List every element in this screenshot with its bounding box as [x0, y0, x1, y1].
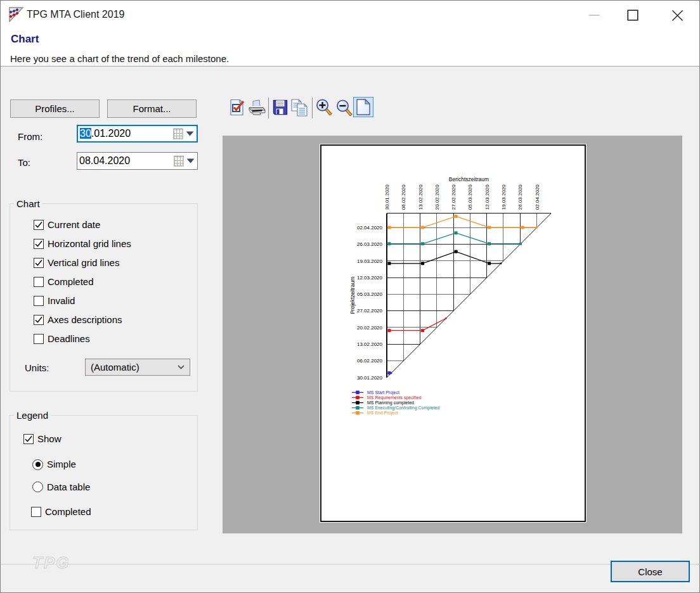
- vertical-grid-lines-row: Vertical grid lines: [34, 257, 119, 269]
- axes-descriptions-row: Axes descriptions: [34, 314, 122, 326]
- svg-text:26.03.2020: 26.03.2020: [517, 184, 523, 210]
- completed-checkbox[interactable]: [34, 277, 44, 287]
- from-date-value: 30.01.2020: [80, 128, 173, 139]
- to-date-value: 08.04.2020: [79, 155, 174, 167]
- svg-text:20.02.2020: 20.02.2020: [357, 325, 383, 331]
- units-dropdown[interactable]: (Automatic): [85, 359, 190, 376]
- current-date-checkbox[interactable]: [34, 220, 44, 230]
- to-date-input[interactable]: 08.04.2020: [77, 152, 198, 170]
- check-icon: [34, 239, 43, 248]
- svg-text:06.02.2020: 06.02.2020: [357, 358, 383, 364]
- svg-text:05.03.2020: 05.03.2020: [467, 184, 473, 210]
- to-dropdown-arrow-icon[interactable]: [186, 158, 195, 163]
- invalid-label[interactable]: Invalid: [48, 295, 75, 307]
- units-label: Units:: [25, 362, 49, 373]
- completed-checkbox[interactable]: [31, 507, 41, 517]
- svg-text:06.02.2020: 06.02.2020: [401, 184, 406, 210]
- from-label: From:: [18, 131, 42, 142]
- simple-radio[interactable]: [32, 459, 43, 470]
- simple-label[interactable]: Simple: [47, 459, 76, 470]
- maximize-icon: [627, 10, 638, 21]
- print-icon[interactable]: [248, 99, 266, 116]
- maximize-button[interactable]: [623, 6, 642, 25]
- save-icon[interactable]: [273, 99, 288, 115]
- format-button[interactable]: Format...: [107, 99, 197, 118]
- vertical-grid-lines-label[interactable]: Vertical grid lines: [48, 257, 119, 269]
- deadlines-label[interactable]: Deadlines: [48, 333, 90, 345]
- horizontal-grid-lines-checkbox[interactable]: [34, 239, 44, 249]
- zoom-in-icon[interactable]: [316, 99, 333, 117]
- fit-page-icon: [356, 99, 371, 115]
- deadlines-checkbox[interactable]: [34, 334, 44, 344]
- svg-text:27.02.2020: 27.02.2020: [357, 308, 383, 314]
- data-table-radio[interactable]: [32, 481, 43, 492]
- invalid-checkbox[interactable]: [34, 296, 44, 306]
- check-icon: [24, 435, 33, 443]
- minimize-button[interactable]: [585, 6, 604, 25]
- deadlines-row: Deadlines: [34, 333, 90, 345]
- completed-row: Completed: [31, 506, 91, 518]
- svg-text:12.03.2020: 12.03.2020: [357, 275, 383, 281]
- units-value: (Automatic): [91, 362, 178, 373]
- svg-text:Berichtszeitraum: Berichtszeitraum: [449, 176, 489, 182]
- svg-text:19.03.2020: 19.03.2020: [357, 258, 383, 264]
- show-label[interactable]: Show: [37, 433, 62, 445]
- calendar-icon[interactable]: [174, 155, 185, 167]
- current-date-row: Current date: [34, 219, 100, 231]
- svg-text:12.03.2020: 12.03.2020: [484, 184, 490, 210]
- from-date-rest: .01.2020: [91, 128, 131, 139]
- fit-page-button[interactable]: [353, 97, 373, 117]
- page-title: Chart: [11, 33, 39, 46]
- svg-text:30.01.2020: 30.01.2020: [357, 375, 383, 381]
- svg-text:13.02.2020: 13.02.2020: [357, 341, 383, 347]
- tpg-logo-watermark: TPG: [31, 553, 91, 572]
- from-dropdown-arrow-icon[interactable]: [186, 131, 194, 136]
- calendar-icon[interactable]: [173, 128, 184, 140]
- footer-divider: [1, 564, 700, 564]
- svg-text:26.03.2020: 26.03.2020: [357, 241, 383, 247]
- app-icon: [8, 6, 24, 22]
- horizontal-grid-lines-label[interactable]: Horizontal grid lines: [48, 238, 131, 250]
- current-date-label[interactable]: Current date: [48, 219, 100, 231]
- vertical-grid-lines-checkbox[interactable]: [34, 258, 44, 268]
- milestone-trend-chart: 30.01.202006.02.202013.02.202020.02.2020…: [320, 144, 586, 522]
- check-icon: [34, 316, 43, 324]
- completed-label[interactable]: Completed: [45, 506, 91, 518]
- radio-dot: [36, 462, 41, 467]
- svg-text:02.04.2020: 02.04.2020: [535, 184, 540, 210]
- report-page: 30.01.202006.02.202013.02.202020.02.2020…: [320, 144, 586, 522]
- horizontal-grid-lines-row: Horizontal grid lines: [34, 238, 131, 250]
- report-check-icon[interactable]: [230, 99, 245, 116]
- simple-row: Simple: [32, 459, 76, 470]
- axes-descriptions-checkbox[interactable]: [34, 315, 44, 325]
- page-description: Here you see a chart of the trend of eac…: [10, 53, 229, 64]
- data-table-label[interactable]: Data table: [47, 481, 90, 493]
- window-close-button[interactable]: [668, 6, 687, 25]
- svg-text:20.02.2020: 20.02.2020: [434, 184, 440, 210]
- show-checkbox[interactable]: [23, 434, 34, 444]
- svg-text:27.02.2020: 27.02.2020: [451, 184, 457, 210]
- svg-text:Projektzeitraum: Projektzeitraum: [349, 277, 356, 314]
- close-icon: [671, 10, 684, 22]
- invalid-row: Invalid: [34, 295, 75, 307]
- legend-group-title: Legend: [14, 410, 51, 421]
- close-button[interactable]: Close: [611, 561, 690, 582]
- axes-descriptions-label[interactable]: Axes descriptions: [48, 314, 122, 326]
- svg-text:05.03.2020: 05.03.2020: [357, 291, 383, 297]
- svg-text:MS Planning completed: MS Planning completed: [367, 400, 414, 405]
- window-title: TPG MTA Client 2019: [27, 9, 124, 20]
- svg-text:13.02.2020: 13.02.2020: [418, 184, 424, 210]
- copy-icon[interactable]: [291, 99, 308, 117]
- show-row: Show: [23, 433, 62, 445]
- completed-label[interactable]: Completed: [48, 276, 94, 288]
- svg-text:02.04.2020: 02.04.2020: [357, 225, 383, 231]
- check-icon: [34, 258, 43, 267]
- from-date-input[interactable]: 30.01.2020: [77, 125, 198, 143]
- preview-area: 30.01.202006.02.202013.02.202020.02.2020…: [223, 136, 682, 533]
- profiles-button[interactable]: Profiles...: [10, 99, 100, 118]
- svg-text:MS End Project: MS End Project: [367, 411, 398, 416]
- svg-text:MS Start Project: MS Start Project: [367, 390, 399, 395]
- toolbar-separator: [268, 98, 269, 118]
- zoom-out-icon[interactable]: [336, 99, 353, 117]
- svg-text:MS Requirements specified: MS Requirements specified: [367, 395, 422, 400]
